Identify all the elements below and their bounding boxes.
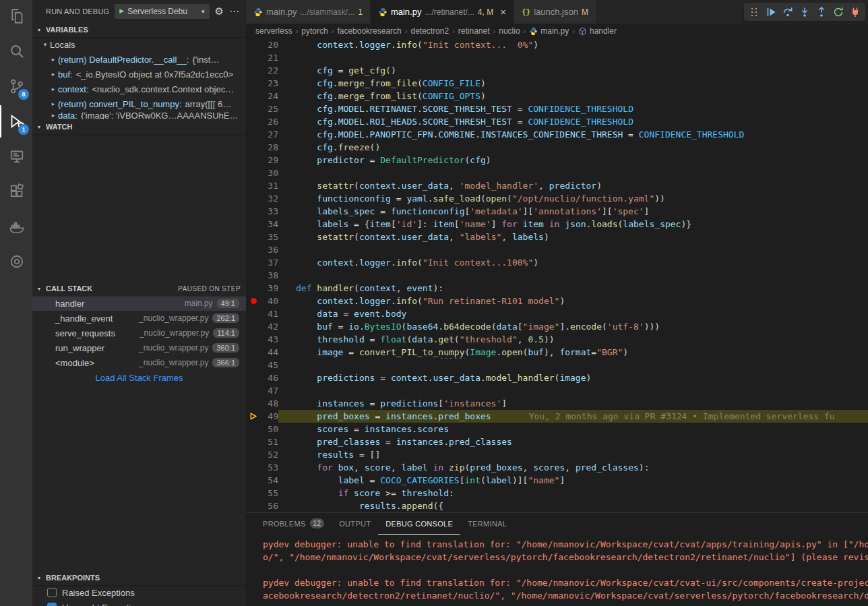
breakpoint-row[interactable]: Raised Exceptions [32,585,246,600]
start-debugging-icon[interactable]: ▶ [119,8,124,14]
code-line[interactable]: 28 cfg.freeze() [246,141,868,154]
launch-config-dropdown[interactable]: ▶ Serverless Debu ▾ [115,4,209,19]
editor-tab[interactable]: main.py.../siammask/...1 [246,0,371,24]
code-line[interactable]: 41 data = event.body [246,307,868,320]
code-line[interactable]: 33 labels_spec = functionconfig['metadat… [246,205,868,218]
more-actions-icon[interactable]: ⋯ [229,6,239,16]
debug-console-output[interactable]: pydev debugger: unable to find translati… [246,535,868,602]
variables-scope-locals[interactable]: ▾ Locals [32,37,246,52]
code-line[interactable]: 52 results = [] [246,448,868,461]
variable-row[interactable]: ▸data:{'image': 'iVBORw0KG…AAAANSUhE… [32,111,246,119]
code-line[interactable]: 46 predictions = context.user_data.model… [246,371,868,384]
panel-tab-problems[interactable]: PROBLEMS12 [255,513,332,535]
step-into-icon[interactable] [797,5,812,20]
code-line[interactable]: 21 [246,51,868,64]
breadcrumb-item[interactable]: handler [578,26,617,36]
step-over-icon[interactable] [780,5,795,20]
code-line[interactable]: 22 cfg = get_cfg() [246,64,868,77]
code-line[interactable]: 55 if score >= threshold: [246,487,868,499]
extensions-icon[interactable] [0,175,32,208]
code-line[interactable]: 40 context.logger.info("Run retinanet-R1… [246,295,868,307]
breadcrumb-item[interactable]: retinanet [458,26,490,36]
disconnect-icon[interactable] [848,5,863,20]
code-line[interactable]: 42 buf = io.BytesIO(base64.b64decode(dat… [246,320,868,333]
load-all-stack-frames-link[interactable]: Load All Stack Frames [32,370,246,385]
breakpoints-section-header[interactable]: ▾ BREAKPOINTS [32,570,246,585]
code-line[interactable]: 54 label = COCO_CATEGORIES[int(label)]["… [246,474,868,487]
code-line[interactable]: 20 context.logger.info("Init context... … [246,38,868,51]
code-line[interactable]: 25 cfg.MODEL.RETINANET.SCORE_THRESH_TEST… [246,102,868,115]
breadcrumb-item[interactable]: detectron2 [410,26,449,36]
run-and-debug-icon[interactable]: 1 [0,105,32,138]
code-line[interactable]: 35 setattr(context.user_data, "labels", … [246,231,868,243]
gear-icon[interactable]: ⚙ [215,6,224,16]
code-line[interactable]: 45 [246,359,868,371]
code-line[interactable]: 56 results.append({ [246,499,868,512]
breakpoint-row[interactable]: ✓Uncaught Exceptions [32,600,246,606]
git-blame-annotation: You, 2 months ago via PR #3124 • Impleme… [529,411,835,421]
code-line[interactable]: 26 cfg.MODEL.ROI_HEADS.SCORE_THRESH_TEST… [246,115,868,128]
code-line[interactable]: 31 setattr(context.user_data, 'model_han… [246,179,868,192]
breadcrumb-item[interactable]: main.py [529,26,569,36]
callstack-frame[interactable]: handlermain.py49:1 [32,296,246,311]
remote-explorer-icon[interactable] [0,140,32,173]
extension-circle-icon[interactable] [0,245,32,278]
code-line[interactable]: 43 threshold = float(data.get("threshold… [246,333,868,346]
breadcrumb-item[interactable]: pytorch [301,26,328,36]
code-line[interactable]: 49 pred_boxes = instances.pred_boxesYou,… [246,410,868,423]
callstack-frame[interactable]: run_wrapper_nuclio_wrapper.py360:1 [32,340,246,355]
code-area[interactable]: 20 context.logger.info("Init context... … [246,38,868,512]
breakpoint-indicator[interactable] [246,295,261,307]
code-line[interactable]: 29 predictor = DefaultPredictor(cfg) [246,154,868,166]
callstack-frame[interactable]: serve_requests_nuclio_wrapper.py114:1 [32,326,246,340]
variable-row[interactable]: ▸context:<nuclio_sdk.context.Context obj… [32,82,246,96]
code-line[interactable]: 50 scores = instances.scores [246,423,868,435]
editor-tab[interactable]: {}launch.jsonM [514,0,596,24]
editor-tab[interactable]: main.py.../retinanet/...4, M× [371,0,514,24]
variable-row[interactable]: ▸(return) convert_PIL_to_numpy:array([[[… [32,96,246,111]
code-line[interactable]: 44 image = convert_PIL_to_numpy(Image.op… [246,346,868,359]
editor-area: main.py.../siammask/...1main.py.../retin… [246,0,868,512]
code-line[interactable]: 47 [246,384,868,397]
code-line[interactable]: 51 pred_classes = instances.pred_classes [246,435,868,448]
checkbox[interactable]: ✓ [47,603,57,606]
code-line[interactable]: 23 cfg.merge_from_file(CONFIG_FILE) [246,77,868,90]
variable-row[interactable]: ▸buf:<_io.BytesIO object at 0x7f5a2dc1ec… [32,67,246,82]
breadcrumb-item[interactable]: facebookresearch [337,26,401,36]
step-out-icon[interactable] [814,5,829,20]
code-line[interactable]: 53 for box, score, label in zip(pred_box… [246,461,868,474]
code-line[interactable]: 39def handler(context, event): [246,282,868,295]
explorer-icon[interactable] [0,0,32,32]
continue-icon[interactable] [764,5,778,20]
breadcrumb-item[interactable]: nuclio [499,26,520,36]
code-line[interactable]: 37 context.logger.info("Init context...1… [246,256,868,269]
code-line[interactable]: 34 labels = {item['id']: item['name'] fo… [246,218,868,231]
close-icon[interactable]: × [500,7,506,17]
breadcrumb-item[interactable]: serverless [255,26,292,36]
line-number: 26 [261,115,278,128]
gutter-glyph [246,320,261,333]
code-line[interactable]: 30 [246,166,868,179]
callstack-frame[interactable]: _handle_event_nuclio_wrapper.py262:1 [32,311,246,326]
python-icon [529,27,538,36]
restart-icon[interactable] [831,5,846,20]
panel-tab-terminal[interactable]: TERMINAL [460,513,514,535]
current-line-arrow-icon[interactable] [246,410,261,423]
search-icon[interactable] [0,35,32,67]
code-line[interactable]: 36 [246,243,868,256]
panel-tab-debug-console[interactable]: DEBUG CONSOLE [378,513,460,535]
callstack-frame[interactable]: <module>_nuclio_wrapper.py366:1 [32,355,246,370]
docker-icon[interactable] [0,210,32,243]
code-line[interactable]: 27 cfg.MODEL.PANOPTIC_FPN.COMBINE.INSTAN… [246,128,868,141]
source-control-icon[interactable]: 8 [0,70,32,102]
code-line[interactable]: 38 [246,269,868,282]
variable-row[interactable]: ▸(return) DefaultPredictor.__call__:{'in… [32,52,246,67]
code-line[interactable]: 24 cfg.merge_from_list(CONFIG_OPTS) [246,90,868,102]
variables-section-header[interactable]: ▾ VARIABLES [32,22,246,37]
panel-tab-output[interactable]: OUTPUT [332,513,378,535]
watch-section-header[interactable]: ▾ WATCH [32,119,246,134]
checkbox[interactable] [47,588,57,597]
code-line[interactable]: 48 instances = predictions['instances'] [246,397,868,410]
callstack-section-header[interactable]: ▾ CALL STACK PAUSED ON STEP [32,281,246,296]
code-line[interactable]: 32 functionconfig = yaml.safe_load(open(… [246,192,868,205]
